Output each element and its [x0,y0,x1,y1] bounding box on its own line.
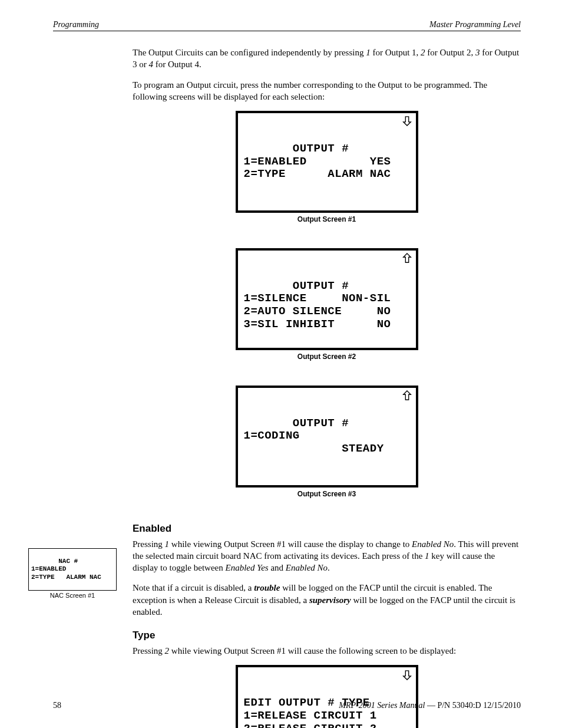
page-number: 58 [53,701,61,710]
lcd-screen-3: OUTPUT # 1=CODING STEADY [236,386,418,487]
arrow-up-icon [402,253,412,263]
nac-side-block: NAC # 1=ENABLED 2=TYPE ALARM NAC NAC Scr… [28,548,117,599]
lcd-1-caption: Output Screen #1 [236,215,418,223]
nac-caption: NAC Screen #1 [28,592,117,599]
lcd-screen-2: OUTPUT # 1=SILENCE NON-SIL 2=AUTO SILENC… [236,248,418,350]
enabled-paragraph-1: Pressing 1 while viewing Output Screen #… [133,538,521,574]
lcd-3-caption: Output Screen #3 [236,490,418,498]
lcd-screen-2-block: OUTPUT # 1=SILENCE NON-SIL 2=AUTO SILENC… [236,248,418,361]
lcd-screen-3-block: OUTPUT # 1=CODING STEADY Output Screen #… [236,386,418,498]
type-paragraph-1: Pressing 2 while viewing Output Screen #… [133,645,521,657]
nac-screen: NAC # 1=ENABLED 2=TYPE ALARM NAC [28,548,117,591]
lcd-screen-1-block: OUTPUT # 1=ENABLED YES 2=TYPE ALARM NAC … [236,111,418,223]
arrow-down-icon [402,116,412,126]
lcd-screen-1: OUTPUT # 1=ENABLED YES 2=TYPE ALARM NAC [236,111,418,213]
page-footer: 58 MRP-2001 Series Manual — P/N 53040:D … [53,701,521,710]
lcd-2-caption: Output Screen #2 [236,353,418,361]
arrow-down-icon [402,670,412,680]
footer-right: MRP-2001 Series Manual — P/N 53040:D 12/… [339,701,521,710]
header-right: Master Programming Level [429,20,521,29]
enabled-paragraph-2: Note that if a circuit is disabled, a tr… [133,582,521,618]
arrow-up-icon [402,390,412,401]
heading-type: Type [133,630,521,641]
page-header: Programming Master Programming Level [53,20,521,31]
heading-enabled: Enabled [133,523,521,535]
intro-paragraph-2: To program an Output circuit, press the … [133,79,521,103]
lcd-screen-4-block: EDIT OUTPUT # TYPE 1=RELEASE CIRCUIT 1 2… [236,665,418,728]
intro-paragraph-1: The Output Circuits can be configured in… [133,47,521,71]
lcd-screen-4: EDIT OUTPUT # TYPE 1=RELEASE CIRCUIT 1 2… [236,665,418,728]
header-left: Programming [53,20,99,29]
